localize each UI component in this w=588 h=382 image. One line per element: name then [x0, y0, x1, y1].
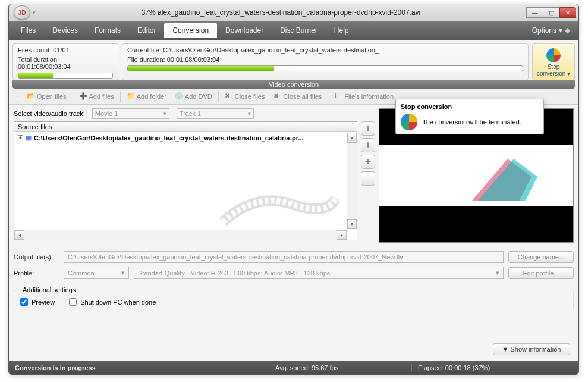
chevron-down-icon: ▾ [248, 111, 251, 117]
horizontal-scrollbar[interactable]: ◂▸ [14, 230, 347, 240]
remove-item-button[interactable]: — [361, 171, 375, 186]
stop-line2: conversion ▾ [537, 70, 570, 77]
tab-devices[interactable]: Devices [44, 23, 86, 38]
close-all-files-button[interactable]: ✖Close all files [270, 91, 326, 102]
status-progress-text: Conversion is in progress [9, 364, 269, 371]
track-select-label: Select video/audio track: [14, 110, 85, 117]
status-elapsed: Elapsed: 00:00:18 (37%) [412, 364, 578, 371]
tooltip-title: Stop conversion [401, 103, 539, 110]
app-logo-icon[interactable]: 3D [14, 5, 30, 20]
change-name-button[interactable]: Change name... [508, 251, 574, 263]
output-file-label: Output file(s): [14, 253, 59, 261]
output-file-field: C:\Users\OlenGor\Desktop\alex_gaudino_fe… [64, 251, 504, 263]
scroll-left-icon[interactable]: ◂ [14, 230, 24, 240]
add-item-button[interactable]: ✚ [361, 155, 375, 169]
tab-files[interactable]: Files [12, 23, 44, 38]
tab-help[interactable]: Help [326, 23, 357, 38]
close-file-icon: ✖ [225, 92, 233, 101]
current-file-panel: Current file: C:\Users\OlenGor\Desktop\a… [122, 43, 529, 80]
tab-editor[interactable]: Editor [129, 23, 164, 38]
shutdown-checkbox-input[interactable] [69, 298, 77, 306]
stop-conversion-icon [545, 47, 562, 64]
files-count-label: Files count: 01/01 [18, 46, 113, 54]
titlebar: 3D ▾ 37% alex_gaudino_feat_crystal_water… [9, 4, 578, 21]
filmstrip-watermark-icon [220, 186, 339, 234]
profile-desc-select[interactable]: Standart Quality - Video: H.263 - 800 kb… [134, 267, 504, 279]
chevron-down-icon: ▾ [163, 111, 166, 117]
additional-settings-group: Additional settings Preview Shut down PC… [14, 286, 574, 311]
minimize-button[interactable]: — [526, 7, 543, 18]
source-files-header: Source files [14, 122, 357, 132]
close-files-button[interactable]: ✖Close files [221, 91, 269, 102]
show-information-button[interactable]: ▼ Show information [493, 343, 570, 355]
open-files-button[interactable]: 📂Open files [23, 91, 70, 102]
current-file-label: Current file: C:\Users\OlenGor\Desktop\a… [127, 46, 523, 54]
list-side-buttons: ⬆ ⬇ ✚ — [361, 121, 375, 240]
window-title: 37% alex_gaudino_feat_crystal_waters-des… [36, 8, 526, 17]
tooltip-body: The conversion will be terminated. [422, 118, 521, 126]
file-info-button[interactable]: ℹFile's information [331, 91, 397, 102]
profile-preset-select[interactable]: Common▾ [64, 267, 129, 279]
folder-open-icon: 📂 [27, 92, 35, 101]
chevron-down-icon: ▾ [496, 269, 499, 277]
add-file-icon: ➕ [79, 92, 87, 101]
folder-icon: 📁 [127, 92, 135, 101]
track-select[interactable]: Track 1▾ [177, 108, 254, 119]
grip-icon[interactable]: ⋮ [15, 93, 21, 100]
shutdown-checkbox[interactable]: Shut down PC when done [69, 298, 156, 306]
summary-row: Files count: 01/01 Total duration: 00:01… [9, 40, 578, 80]
tooltip-icon [401, 114, 417, 130]
preview-checkbox-input[interactable] [20, 298, 28, 306]
main-menu: Files Devices Formats Editor Conversion … [9, 21, 578, 40]
add-dvd-button[interactable]: 💿Add DVD [171, 91, 216, 102]
stop-conversion-tooltip: Stop conversion The conversion will be t… [395, 99, 544, 134]
add-files-button[interactable]: ➕Add files [76, 91, 118, 102]
dvd-icon: 💿 [175, 92, 183, 101]
move-down-button[interactable]: ⬇ [361, 138, 375, 152]
video-conversion-label: Video conversion [12, 80, 575, 89]
scroll-right-icon[interactable]: ▸ [337, 230, 347, 240]
status-bar: Conversion is in progress Avg. speed: 95… [9, 361, 578, 374]
scroll-down-icon[interactable]: ▾ [347, 219, 357, 229]
options-menu[interactable]: Options▾◆ [527, 26, 575, 35]
total-duration-label: Total duration: 00:01:08/00:03:04 [18, 56, 113, 70]
overall-panel: Files count: 01/01 Total duration: 00:01… [12, 43, 118, 80]
add-folder-button[interactable]: 📁Add folder [123, 91, 170, 102]
tab-conversion[interactable]: Conversion [164, 23, 217, 38]
preview-frame-content [460, 135, 567, 206]
move-up-button[interactable]: ⬆ [361, 121, 375, 136]
status-avg-speed: Avg. speed: 95.67 fps [269, 364, 412, 371]
edit-profile-button[interactable]: Edit profile... [508, 267, 574, 279]
options-label: Options [532, 26, 556, 35]
preview-checkbox[interactable]: Preview [20, 298, 55, 306]
chevron-down-icon: ▾ [121, 269, 125, 277]
file-progress [127, 65, 523, 71]
movie-select[interactable]: Movie 1▾ [92, 108, 169, 119]
source-file-item[interactable]: + ▦ C:\Users\OlenGor\Desktop\alex_gaudin… [14, 132, 357, 143]
preview-checkbox-label: Preview [32, 299, 55, 306]
app-window: 3D ▾ 37% alex_gaudino_feat_crystal_water… [8, 4, 579, 375]
vertical-scrollbar[interactable]: ▴▾ [347, 133, 357, 229]
tab-disc-burner[interactable]: Disc Burner [272, 23, 326, 38]
source-files-list[interactable]: Source files + ▦ C:\Users\OlenGor\Deskto… [14, 121, 357, 240]
close-button[interactable]: ✕ [559, 7, 576, 18]
tab-downloader[interactable]: Downloader [217, 23, 272, 38]
shutdown-checkbox-label: Shut down PC when done [80, 299, 156, 306]
source-file-path: C:\Users\OlenGor\Desktop\alex_gaudino_fe… [34, 134, 304, 142]
file-duration-label: File duration: 00:01:08/00:03:04 [127, 56, 523, 63]
expand-icon[interactable]: + [18, 135, 23, 140]
additional-settings-legend: Additional settings [20, 286, 78, 293]
info-icon: ℹ [334, 92, 342, 101]
video-file-icon: ▦ [26, 134, 32, 142]
stop-conversion-button[interactable]: Stop conversion ▾ [532, 43, 575, 80]
chevron-down-icon: ▾ [559, 26, 562, 35]
diamond-icon: ◆ [565, 26, 570, 35]
scroll-up-icon[interactable]: ▴ [347, 133, 357, 143]
tab-formats[interactable]: Formats [86, 23, 129, 38]
track-select-row: Select video/audio track: Movie 1▾ Track… [14, 108, 375, 119]
close-all-icon: ✖ [273, 92, 282, 101]
profile-label: Profile: [14, 270, 59, 277]
maximize-button[interactable]: ▢ [543, 7, 559, 18]
stop-line1: Stop [548, 64, 560, 70]
overall-progress [18, 73, 113, 79]
